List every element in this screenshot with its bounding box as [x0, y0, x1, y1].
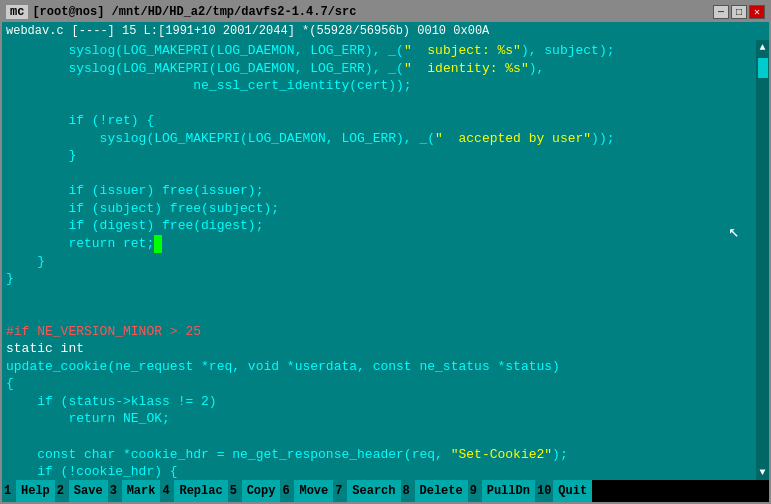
- code-line: [6, 95, 765, 113]
- pulldown-button[interactable]: 9 PullDn: [468, 480, 535, 502]
- copy-button[interactable]: 5 Copy: [228, 480, 281, 502]
- code-line: if (digest) free(digest);: [6, 217, 765, 235]
- code-line: if (subject) free(subject);: [6, 200, 765, 218]
- titlebar-left: mc [root@nos] /mnt/HD/HD_a2/tmp/davfs2-1…: [6, 5, 356, 19]
- titlebar: mc [root@nos] /mnt/HD/HD_a2/tmp/davfs2-1…: [2, 2, 769, 22]
- code-line: static int: [6, 340, 765, 358]
- scrollbar[interactable]: ▲ ▼: [756, 40, 769, 480]
- scroll-up-arrow[interactable]: ▲: [758, 40, 766, 56]
- main-window: mc [root@nos] /mnt/HD/HD_a2/tmp/davfs2-1…: [0, 0, 771, 504]
- code-line: {: [6, 375, 765, 393]
- code-line: }: [6, 270, 765, 288]
- titlebar-title: [root@nos] /mnt/HD/HD_a2/tmp/davfs2-1.4.…: [32, 5, 356, 19]
- code-line: }: [6, 147, 765, 165]
- cursor-info: [----] 15 L:[1991+10 2001/2044] *(55928/…: [72, 24, 490, 38]
- titlebar-menu-button[interactable]: mc: [6, 5, 28, 19]
- code-line: [6, 428, 765, 446]
- move-button[interactable]: 6 Move: [280, 480, 333, 502]
- code-line: if (status->klass != 2): [6, 393, 765, 411]
- close-button[interactable]: ✕: [749, 5, 765, 19]
- titlebar-controls: ─ □ ✕: [713, 5, 765, 19]
- code-line: update_cookie(ne_request *req, void *use…: [6, 358, 765, 376]
- code-line: return NE_OK;: [6, 410, 765, 428]
- replace-button[interactable]: 4 Replac: [160, 480, 227, 502]
- code-line: #if NE_VERSION_MINOR > 25: [6, 323, 765, 341]
- statusbar: webdav.c [----] 15 L:[1991+10 2001/2044]…: [2, 22, 769, 40]
- code-line: [6, 288, 765, 306]
- bottom-buttonbar: 1 Help 2 Save 3 Mark 4 Replac 5 Copy 6 M…: [2, 480, 769, 502]
- code-line: if (!cookie_hdr) {: [6, 463, 765, 480]
- save-button[interactable]: 2 Save: [55, 480, 108, 502]
- code-line: syslog(LOG_MAKEPRI(LOG_DAEMON, LOG_ERR),…: [6, 130, 765, 148]
- mark-button[interactable]: 3 Mark: [108, 480, 161, 502]
- filename: webdav.c: [6, 24, 64, 38]
- minimize-button[interactable]: ─: [713, 5, 729, 19]
- editor-area[interactable]: syslog(LOG_MAKEPRI(LOG_DAEMON, LOG_ERR),…: [2, 40, 769, 480]
- code-line: syslog(LOG_MAKEPRI(LOG_DAEMON, LOG_ERR),…: [6, 42, 765, 60]
- code-line: return ret;: [6, 235, 765, 253]
- help-button[interactable]: 1 Help: [2, 480, 55, 502]
- code-line: if (!ret) {: [6, 112, 765, 130]
- maximize-button[interactable]: □: [731, 5, 747, 19]
- code-line: ne_ssl_cert_identity(cert));: [6, 77, 765, 95]
- code-line: [6, 165, 765, 183]
- code-line: }: [6, 253, 765, 271]
- code-line: syslog(LOG_MAKEPRI(LOG_DAEMON, LOG_ERR),…: [6, 60, 765, 78]
- scroll-thumb[interactable]: [758, 58, 768, 78]
- scroll-down-arrow[interactable]: ▼: [758, 465, 766, 481]
- delete-button[interactable]: 8 Delete: [401, 480, 468, 502]
- code-line: const char *cookie_hdr = ne_get_response…: [6, 446, 765, 464]
- quit-button[interactable]: 10 Quit: [535, 480, 592, 502]
- code-line: [6, 305, 765, 323]
- search-button[interactable]: 7 Search: [333, 480, 400, 502]
- code-line: if (issuer) free(issuer);: [6, 182, 765, 200]
